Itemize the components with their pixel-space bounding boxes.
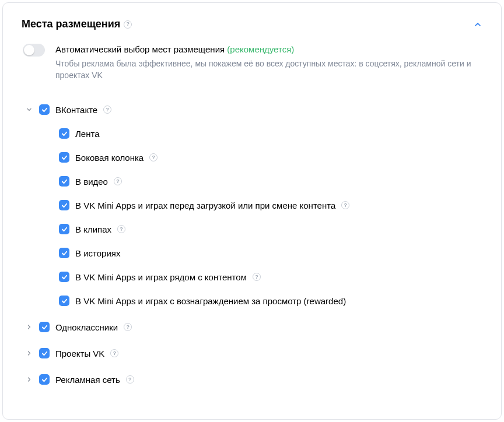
checkbox-projects[interactable] bbox=[39, 348, 50, 358]
tree-row-projects: Проекты VK ? bbox=[25, 342, 482, 365]
checkbox-clips[interactable] bbox=[59, 224, 69, 234]
auto-placement-text: Автоматический выбор мест размещения (ре… bbox=[55, 43, 482, 82]
help-icon[interactable]: ? bbox=[110, 349, 118, 357]
tree-row-stories: В историях bbox=[59, 241, 482, 265]
tree-row-ok: Одноклассники ? bbox=[25, 315, 482, 339]
checkbox-video[interactable] bbox=[59, 176, 69, 187]
label-stories: В историях bbox=[75, 247, 120, 259]
disclose-vk[interactable] bbox=[25, 106, 33, 114]
tree-row-adnet: Рекламная сеть ? bbox=[25, 368, 482, 392]
label-video: В видео bbox=[75, 175, 108, 188]
check-icon bbox=[61, 202, 68, 209]
tree-row-miniapps-reward: В VK Mini Apps и играх с вознаграждением… bbox=[59, 289, 482, 313]
tree-row-miniapps-load: В VK Mini Apps и играх перед загрузкой и… bbox=[59, 194, 482, 217]
tree-row-miniapps-near: В VK Mini Apps и играх рядом с контентом… bbox=[59, 265, 482, 289]
check-icon bbox=[41, 107, 48, 113]
checkbox-vk[interactable] bbox=[39, 104, 50, 115]
check-icon bbox=[61, 298, 68, 304]
disclose-ok[interactable] bbox=[25, 323, 33, 331]
label-side: Боковая колонка bbox=[75, 152, 144, 164]
chevron-up-icon bbox=[473, 20, 482, 29]
chevron-right-icon bbox=[26, 376, 33, 383]
tree-row-video: В видео ? bbox=[59, 170, 482, 194]
panel-title-wrap: Места размещения ? bbox=[22, 17, 132, 31]
tree-group-ok: Одноклассники ? bbox=[25, 315, 482, 339]
checkbox-ok[interactable] bbox=[39, 322, 50, 332]
auto-placement-description: Чтобы реклама была эффективнее, мы покаж… bbox=[55, 58, 482, 82]
checkbox-miniapps-near[interactable] bbox=[59, 272, 69, 282]
label-projects: Проекты VK bbox=[55, 347, 104, 360]
check-icon bbox=[41, 350, 48, 357]
tree-row-clips: В клипах ? bbox=[59, 217, 482, 241]
help-icon[interactable]: ? bbox=[253, 273, 261, 281]
check-icon bbox=[61, 226, 68, 233]
auto-placement-title-main: Автоматический выбор мест размещения bbox=[55, 44, 227, 54]
disclose-adnet[interactable] bbox=[25, 375, 33, 384]
tree-row-side: Боковая колонка ? bbox=[59, 146, 482, 170]
auto-placement-recommended: (рекомендуется) bbox=[227, 44, 294, 54]
auto-placement-row: Автоматический выбор мест размещения (ре… bbox=[23, 43, 482, 82]
checkbox-adnet[interactable] bbox=[39, 374, 50, 385]
help-icon[interactable]: ? bbox=[341, 201, 349, 209]
checkbox-side[interactable] bbox=[59, 152, 69, 163]
auto-placement-title: Автоматический выбор мест размещения (ре… bbox=[55, 43, 482, 55]
tree-group-projects: Проекты VK ? bbox=[25, 342, 482, 365]
chevron-right-icon bbox=[26, 323, 33, 330]
checkbox-feed[interactable] bbox=[59, 128, 69, 139]
disclose-projects[interactable] bbox=[25, 349, 33, 357]
check-icon bbox=[61, 274, 68, 280]
label-adnet: Рекламная сеть bbox=[55, 374, 120, 386]
chevron-right-icon bbox=[26, 350, 33, 357]
chevron-down-icon bbox=[26, 106, 33, 113]
label-miniapps-near: В VK Mini Apps и играх рядом с контентом bbox=[75, 271, 247, 283]
panel-header: Места размещения ? bbox=[22, 17, 482, 31]
checkbox-miniapps-load[interactable] bbox=[59, 200, 69, 210]
help-icon[interactable]: ? bbox=[117, 225, 125, 233]
help-icon[interactable]: ? bbox=[149, 153, 158, 161]
help-icon[interactable]: ? bbox=[103, 106, 111, 114]
checkbox-stories[interactable] bbox=[59, 248, 69, 258]
collapse-toggle[interactable] bbox=[473, 20, 482, 29]
tree-group-adnet: Рекламная сеть ? bbox=[25, 368, 482, 392]
check-icon bbox=[61, 178, 68, 185]
help-icon[interactable]: ? bbox=[124, 323, 132, 331]
label-clips: В клипах bbox=[75, 223, 111, 235]
placements-tree: ВКонтакте ? Лента Боковая колонка ? bbox=[25, 98, 482, 392]
label-ok: Одноклассники bbox=[55, 321, 118, 333]
label-feed: Лента bbox=[75, 128, 100, 140]
check-icon bbox=[41, 377, 48, 383]
check-icon bbox=[61, 131, 68, 137]
tree-group-vk: ВКонтакте ? Лента Боковая колонка ? bbox=[25, 98, 482, 313]
label-miniapps-reward: В VK Mini Apps и играх с вознаграждением… bbox=[75, 295, 346, 307]
auto-placement-toggle[interactable] bbox=[23, 44, 45, 57]
checkbox-miniapps-reward[interactable] bbox=[59, 296, 69, 306]
help-icon[interactable]: ? bbox=[114, 177, 122, 185]
tree-row-feed: Лента bbox=[59, 122, 482, 146]
panel-title: Места размещения bbox=[22, 17, 120, 31]
check-icon bbox=[41, 324, 48, 330]
tree-children-vk: Лента Боковая колонка ? В видео ? bbox=[59, 122, 482, 313]
tree-row-vk: ВКонтакте ? bbox=[25, 98, 482, 122]
help-icon[interactable]: ? bbox=[126, 375, 134, 384]
check-icon bbox=[61, 154, 68, 161]
label-miniapps-load: В VK Mini Apps и играх перед загрузкой и… bbox=[75, 199, 335, 212]
check-icon bbox=[61, 250, 68, 256]
placements-panel: Места размещения ? Автоматический выбор … bbox=[2, 2, 502, 420]
label-vk: ВКонтакте bbox=[55, 104, 97, 116]
help-icon[interactable]: ? bbox=[124, 20, 132, 29]
